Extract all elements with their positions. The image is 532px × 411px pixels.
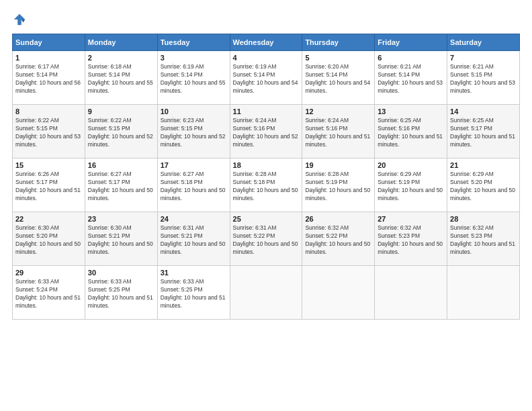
day-info: Sunrise: 6:26 AMSunset: 5:17 PMDaylight:…	[15, 171, 82, 203]
calendar-cell: 28Sunrise: 6:32 AMSunset: 5:23 PMDayligh…	[447, 212, 520, 266]
day-number: 21	[450, 161, 517, 169]
calendar-cell	[230, 266, 302, 320]
day-number: 23	[88, 215, 154, 223]
header	[12, 12, 520, 27]
calendar-table: SundayMondayTuesdayWednesdayThursdayFrid…	[12, 34, 520, 320]
day-number: 8	[15, 107, 82, 116]
logo-icon	[12, 12, 27, 27]
day-info: Sunrise: 6:33 AMSunset: 5:24 PMDaylight:…	[15, 278, 82, 310]
calendar-cell: 11Sunrise: 6:24 AMSunset: 5:16 PMDayligh…	[230, 105, 302, 158]
weekday-header-cell: Sunday	[13, 34, 85, 51]
day-number: 17	[161, 161, 227, 169]
calendar-cell: 7Sunrise: 6:21 AMSunset: 5:15 PMDaylight…	[447, 51, 520, 105]
day-number: 4	[233, 54, 300, 62]
calendar-cell: 24Sunrise: 6:31 AMSunset: 5:21 PMDayligh…	[157, 212, 230, 266]
calendar-cell: 26Sunrise: 6:32 AMSunset: 5:22 PMDayligh…	[302, 212, 375, 266]
day-number: 16	[88, 161, 154, 169]
day-info: Sunrise: 6:25 AMSunset: 5:17 PMDaylight:…	[450, 117, 517, 149]
day-number: 24	[161, 215, 227, 223]
day-info: Sunrise: 6:33 AMSunset: 5:25 PMDaylight:…	[161, 278, 227, 310]
calendar-cell: 8Sunrise: 6:22 AMSunset: 5:15 PMDaylight…	[13, 105, 85, 158]
day-number: 2	[88, 54, 154, 62]
day-number: 20	[378, 161, 444, 169]
day-number: 15	[15, 161, 82, 169]
calendar-cell: 16Sunrise: 6:27 AMSunset: 5:17 PMDayligh…	[85, 158, 157, 212]
day-number: 10	[161, 107, 227, 116]
calendar-cell: 10Sunrise: 6:23 AMSunset: 5:15 PMDayligh…	[157, 105, 230, 158]
calendar-cell: 14Sunrise: 6:25 AMSunset: 5:17 PMDayligh…	[447, 105, 520, 158]
calendar-cell: 2Sunrise: 6:18 AMSunset: 5:14 PMDaylight…	[85, 51, 157, 105]
svg-marker-1	[21, 19, 26, 22]
day-info: Sunrise: 6:27 AMSunset: 5:18 PMDaylight:…	[161, 171, 227, 203]
calendar-cell: 30Sunrise: 6:33 AMSunset: 5:25 PMDayligh…	[85, 266, 157, 320]
weekday-header-cell: Monday	[85, 34, 157, 51]
calendar-cell	[375, 266, 447, 320]
calendar-cell: 5Sunrise: 6:20 AMSunset: 5:14 PMDaylight…	[302, 51, 375, 105]
page: SundayMondayTuesdayWednesdayThursdayFrid…	[0, 0, 532, 411]
calendar-cell: 31Sunrise: 6:33 AMSunset: 5:25 PMDayligh…	[157, 266, 230, 320]
calendar-cell: 13Sunrise: 6:25 AMSunset: 5:16 PMDayligh…	[375, 105, 447, 158]
day-info: Sunrise: 6:31 AMSunset: 5:22 PMDaylight:…	[233, 224, 300, 257]
day-info: Sunrise: 6:28 AMSunset: 5:18 PMDaylight:…	[233, 171, 300, 203]
day-info: Sunrise: 6:29 AMSunset: 5:20 PMDaylight:…	[450, 171, 517, 203]
day-info: Sunrise: 6:21 AMSunset: 5:15 PMDaylight:…	[450, 63, 517, 95]
calendar-cell: 22Sunrise: 6:30 AMSunset: 5:20 PMDayligh…	[13, 212, 85, 266]
day-info: Sunrise: 6:29 AMSunset: 5:19 PMDaylight:…	[378, 171, 444, 203]
day-info: Sunrise: 6:30 AMSunset: 5:21 PMDaylight:…	[88, 224, 154, 257]
calendar-cell: 27Sunrise: 6:32 AMSunset: 5:23 PMDayligh…	[375, 212, 447, 266]
calendar-cell: 17Sunrise: 6:27 AMSunset: 5:18 PMDayligh…	[157, 158, 230, 212]
calendar-cell: 3Sunrise: 6:19 AMSunset: 5:14 PMDaylight…	[157, 51, 230, 105]
calendar-cell: 9Sunrise: 6:22 AMSunset: 5:15 PMDaylight…	[85, 105, 157, 158]
logo	[12, 12, 30, 27]
day-number: 6	[378, 54, 444, 62]
day-info: Sunrise: 6:19 AMSunset: 5:14 PMDaylight:…	[233, 63, 300, 95]
weekday-header-cell: Thursday	[302, 34, 375, 51]
calendar-cell: 15Sunrise: 6:26 AMSunset: 5:17 PMDayligh…	[13, 158, 85, 212]
calendar-cell	[447, 266, 520, 320]
day-number: 29	[15, 269, 82, 277]
day-info: Sunrise: 6:18 AMSunset: 5:14 PMDaylight:…	[88, 63, 154, 95]
day-number: 12	[305, 107, 371, 116]
calendar-cell: 29Sunrise: 6:33 AMSunset: 5:24 PMDayligh…	[13, 266, 85, 320]
calendar-cell: 23Sunrise: 6:30 AMSunset: 5:21 PMDayligh…	[85, 212, 157, 266]
day-number: 31	[161, 269, 227, 277]
day-info: Sunrise: 6:32 AMSunset: 5:22 PMDaylight:…	[305, 224, 371, 257]
day-info: Sunrise: 6:22 AMSunset: 5:15 PMDaylight:…	[15, 117, 82, 149]
calendar-cell: 21Sunrise: 6:29 AMSunset: 5:20 PMDayligh…	[447, 158, 520, 212]
day-info: Sunrise: 6:17 AMSunset: 5:14 PMDaylight:…	[15, 63, 82, 95]
weekday-header-row: SundayMondayTuesdayWednesdayThursdayFrid…	[13, 34, 520, 51]
day-number: 28	[450, 215, 517, 223]
logo-area	[12, 12, 30, 27]
day-info: Sunrise: 6:30 AMSunset: 5:20 PMDaylight:…	[15, 224, 82, 257]
day-info: Sunrise: 6:20 AMSunset: 5:14 PMDaylight:…	[305, 63, 371, 95]
day-info: Sunrise: 6:32 AMSunset: 5:23 PMDaylight:…	[378, 224, 444, 257]
calendar-cell: 19Sunrise: 6:28 AMSunset: 5:19 PMDayligh…	[302, 158, 375, 212]
day-number: 7	[450, 54, 517, 62]
weekday-header-cell: Wednesday	[230, 34, 302, 51]
day-info: Sunrise: 6:24 AMSunset: 5:16 PMDaylight:…	[233, 117, 300, 149]
calendar-cell	[302, 266, 375, 320]
calendar-cell: 1Sunrise: 6:17 AMSunset: 5:14 PMDaylight…	[13, 51, 85, 105]
calendar-cell: 20Sunrise: 6:29 AMSunset: 5:19 PMDayligh…	[375, 158, 447, 212]
day-info: Sunrise: 6:28 AMSunset: 5:19 PMDaylight:…	[305, 171, 371, 203]
day-info: Sunrise: 6:32 AMSunset: 5:23 PMDaylight:…	[450, 224, 517, 257]
day-number: 27	[378, 215, 444, 223]
day-info: Sunrise: 6:27 AMSunset: 5:17 PMDaylight:…	[88, 171, 154, 203]
day-number: 25	[233, 215, 300, 223]
day-number: 1	[15, 54, 82, 62]
day-info: Sunrise: 6:24 AMSunset: 5:16 PMDaylight:…	[305, 117, 371, 149]
weekday-header-cell: Friday	[375, 34, 447, 51]
day-number: 26	[305, 215, 371, 223]
day-number: 14	[450, 107, 517, 116]
day-info: Sunrise: 6:33 AMSunset: 5:25 PMDaylight:…	[88, 278, 154, 310]
day-info: Sunrise: 6:22 AMSunset: 5:15 PMDaylight:…	[88, 117, 154, 149]
day-number: 3	[161, 54, 227, 62]
calendar-cell: 6Sunrise: 6:21 AMSunset: 5:14 PMDaylight…	[375, 51, 447, 105]
day-info: Sunrise: 6:19 AMSunset: 5:14 PMDaylight:…	[161, 63, 227, 95]
calendar-week-row: 29Sunrise: 6:33 AMSunset: 5:24 PMDayligh…	[13, 266, 520, 320]
day-info: Sunrise: 6:21 AMSunset: 5:14 PMDaylight:…	[378, 63, 444, 95]
day-info: Sunrise: 6:25 AMSunset: 5:16 PMDaylight:…	[378, 117, 444, 149]
day-info: Sunrise: 6:31 AMSunset: 5:21 PMDaylight:…	[161, 224, 227, 257]
day-number: 22	[15, 215, 82, 223]
calendar-week-row: 8Sunrise: 6:22 AMSunset: 5:15 PMDaylight…	[13, 105, 520, 158]
